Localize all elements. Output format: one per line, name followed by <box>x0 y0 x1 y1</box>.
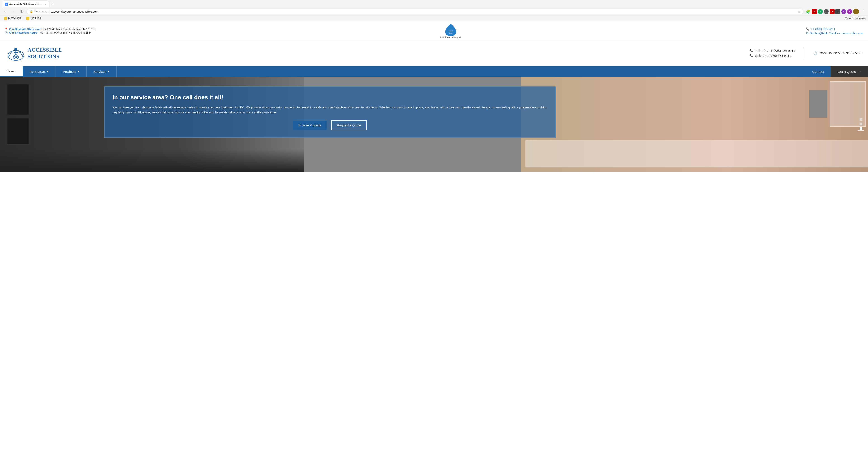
nav-blue-section: Resources ▾ Products ▾ Services ▾ Contac… <box>23 66 831 77</box>
other-bookmarks[interactable]: Other bookmarks <box>845 17 866 20</box>
bestbath-drop-icon: best bath <box>444 23 458 36</box>
nav-home[interactable]: Home <box>0 66 23 77</box>
nav-contact-label: Contact <box>812 70 824 74</box>
profile-button[interactable] <box>853 8 859 14</box>
menu-button[interactable]: ⋮ <box>860 8 866 14</box>
toolbar-icons: 🧩 M ✓ ☁ A ▲ S ♦ ⋮ <box>805 8 866 14</box>
office-hours-label: Office Hours: M - F 9:00 - 5:00 <box>818 51 861 55</box>
top-phone-icon: 📞 <box>806 27 810 31</box>
bookmark-math425-label: MATH 425 <box>8 17 21 20</box>
ext-5-icon[interactable]: ▲ <box>835 9 840 14</box>
ext-2-icon[interactable]: ✓ <box>818 9 823 14</box>
browse-projects-button[interactable]: Browse Projects <box>293 121 327 130</box>
slide-3-container <box>858 127 864 131</box>
ext-4-icon[interactable]: A <box>830 9 835 14</box>
logo-text-container: Accessible Solutions <box>28 47 62 60</box>
showroom-link[interactable]: Our Bestbath Showroom: <box>9 28 42 31</box>
nav-resources[interactable]: Resources ▾ <box>23 66 56 77</box>
hero-section: In our service area? One call does it al… <box>0 77 868 172</box>
request-quote-button[interactable]: Request a Quote <box>331 120 367 130</box>
nav-contact[interactable]: Contact <box>806 66 831 77</box>
tab-title: Accessible Solutions - Home <box>9 3 43 6</box>
main-navigation: Home Resources ▾ Products ▾ Services ▾ C… <box>0 66 868 77</box>
bookmark-mce123[interactable]: MCE123 <box>24 17 43 21</box>
logo-container[interactable]: Accessible Solutions <box>7 44 62 62</box>
header-contact: 📞 Toll Free: +1 (888) 534-9211 📞 Office:… <box>750 48 861 59</box>
reload-button[interactable]: ↻ <box>19 8 25 15</box>
showroom-address-row: 📍 Our Bestbath Showroom: 349 North Main … <box>4 28 95 31</box>
contact-phones: 📞 Toll Free: +1 (888) 534-9211 📞 Office:… <box>750 49 795 57</box>
showroom-label: Our Bestbath Showroom: <box>9 28 42 31</box>
top-email-row: ✉ Debbie@MakeYourHomeAccessible.com <box>806 31 864 35</box>
ext-6-icon[interactable]: S <box>841 9 846 14</box>
hours-value: Mon to Fri: 9AM to 6PM • Sat: 9AM to 1PM <box>40 31 91 34</box>
bookmarks-bar: MATH 425 MCE123 Other bookmarks <box>0 16 868 21</box>
nav-products[interactable]: Products ▾ <box>56 66 86 77</box>
hero-body-text: We can take you from design to finish wi… <box>113 105 547 115</box>
office-phone-row: 📞 Office: +1 (978) 534-9211 <box>750 54 795 57</box>
bookmark-star-icon[interactable]: ☆ <box>798 10 800 13</box>
ext-1-icon[interactable]: M <box>812 9 817 14</box>
svg-point-4 <box>16 56 19 58</box>
top-info-right: 📞 +1 (888) 534-9211 ✉ Debbie@MakeYourHom… <box>806 27 864 35</box>
header-divider <box>804 48 804 59</box>
clock-icon: 🕐 <box>813 51 817 55</box>
hero-buttons: Browse Projects Request a Quote <box>113 120 547 130</box>
logo-text: Accessible Solutions <box>28 47 62 60</box>
forward-button[interactable]: → <box>10 8 17 15</box>
nav-services[interactable]: Services ▾ <box>87 66 117 77</box>
active-tab[interactable]: A Accessible Solutions - Home × <box>2 1 49 7</box>
nav-get-quote[interactable]: Get a Quote <box>831 66 868 77</box>
bestbath-logo: best bath Intelligent Designs <box>440 23 461 38</box>
showroom-hours-row: 🕐 Our Showroom Hours: Mon to Fri: 9AM to… <box>4 31 95 34</box>
folder-icon <box>26 17 29 20</box>
hero-headline: In our service area? One call does it al… <box>113 94 547 101</box>
slide-indicators <box>858 118 864 131</box>
logo-icon <box>7 44 25 62</box>
extensions-button[interactable]: 🧩 <box>805 8 811 14</box>
office-phone-icon: 📞 <box>750 54 754 57</box>
not-secure-label: Not secure <box>34 10 48 13</box>
top-info-bar: 📍 Our Bestbath Showroom: 349 North Main … <box>0 22 868 40</box>
hours-link[interactable]: Our Showroom Hours: <box>9 31 38 34</box>
back-button[interactable]: ← <box>2 8 8 15</box>
office-phone-label: Office: +1 (978) 534-9211 <box>755 54 791 57</box>
top-phone-link[interactable]: +1 (888) 534-9211 <box>811 27 835 31</box>
resources-dropdown-icon: ▾ <box>47 69 49 74</box>
folder-icon <box>4 17 7 20</box>
nav-resources-label: Resources <box>29 70 46 74</box>
hours-label: Our Showroom Hours: <box>9 31 38 34</box>
svg-text:best: best <box>449 30 453 32</box>
svg-point-3 <box>14 48 17 51</box>
address-bar-row: ← → ↻ 🔒 Not secure | www.makeyourhomeacc… <box>0 7 868 16</box>
slide-dot-2[interactable] <box>860 123 862 125</box>
toll-free-row: 📞 Toll Free: +1 (888) 534-9211 <box>750 49 795 53</box>
office-hours: 🕐 Office Hours: M - F 9:00 - 5:00 <box>813 51 861 55</box>
tab-close-button[interactable]: × <box>44 2 46 6</box>
url-text: www.makeyourhomeaccessible.com <box>51 10 796 13</box>
products-dropdown-icon: ▾ <box>78 69 79 74</box>
top-info-left: 📍 Our Bestbath Showroom: 349 North Main … <box>4 28 95 34</box>
bookmark-math425[interactable]: MATH 425 <box>2 17 23 21</box>
ext-7-icon[interactable]: ♦ <box>847 9 852 14</box>
nav-products-label: Products <box>63 70 76 74</box>
security-lock-icon: 🔒 <box>30 10 33 13</box>
top-email-address: Debbie@MakeYourHomeAccessible.com <box>810 31 864 35</box>
address-bar[interactable]: 🔒 Not secure | www.makeyourhomeaccessibl… <box>27 8 803 14</box>
nav-spacer <box>117 66 805 77</box>
ext-3-icon[interactable]: ☁ <box>824 9 829 14</box>
svg-point-5 <box>13 56 16 58</box>
services-dropdown-icon: ▾ <box>107 69 110 74</box>
top-phone-number: +1 (888) 534-9211 <box>811 27 835 31</box>
website-content: 📍 Our Bestbath Showroom: 349 North Main … <box>0 22 868 172</box>
hero-right-image <box>521 77 868 172</box>
nav-services-label: Services <box>93 70 106 74</box>
top-phone-row: 📞 +1 (888) 534-9211 <box>806 27 864 31</box>
slide-dot-1[interactable] <box>860 118 862 121</box>
quote-arrow-icon <box>858 70 861 74</box>
other-bookmarks-label: Other bookmarks <box>845 17 866 20</box>
slide-dot-3[interactable] <box>860 127 862 130</box>
hero-overlay-box: In our service area? One call does it al… <box>104 86 556 138</box>
top-email-link[interactable]: Debbie@MakeYourHomeAccessible.com <box>810 31 864 35</box>
new-tab-button[interactable]: + <box>50 1 56 7</box>
